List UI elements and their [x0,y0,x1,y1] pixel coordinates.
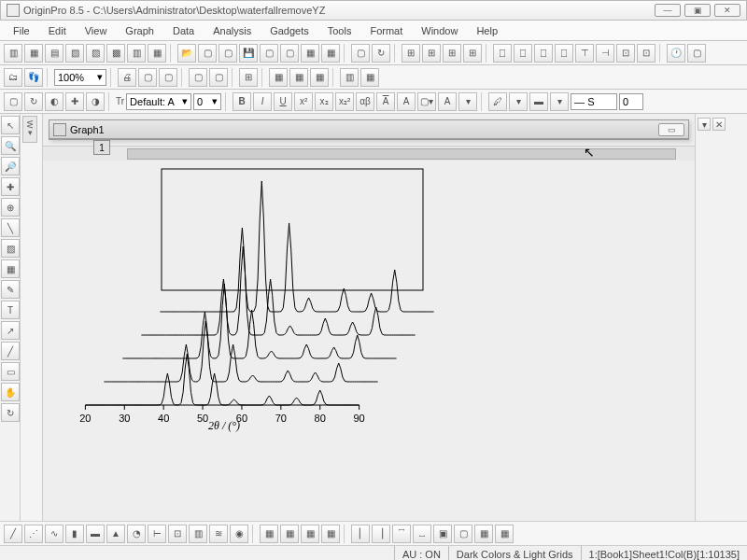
line-width-combo[interactable]: 0 [619,93,643,110]
crosshair-button[interactable]: ✚ [65,92,84,111]
line-scatter-button[interactable]: ∿ [45,525,63,543]
menu-data[interactable]: Data [163,25,204,36]
data-selector-tool[interactable]: ╲ [1,218,20,237]
layer-button[interactable]: 1 [93,140,110,155]
hist-plot-button[interactable]: ▥ [189,525,207,543]
speedmode-button[interactable]: ◐ [45,92,63,111]
group-button[interactable]: ▦ [474,525,493,543]
add-inset2-button[interactable]: ⊡ [637,44,655,63]
refresh-button[interactable]: ▢ [159,68,177,87]
font-color-arrow[interactable]: ▾ [458,92,477,111]
layout4-button[interactable]: ⊞ [463,44,482,63]
dock-close-button[interactable]: ✕ [712,118,726,131]
h-scrollbar[interactable] [43,146,695,161]
superscript-button[interactable]: x² [294,92,313,111]
layout2-button[interactable]: ⊞ [422,44,441,63]
screen-reader-tool[interactable]: ✚ [1,177,20,196]
overline-button[interactable]: A [376,92,395,111]
area-plot-button[interactable]: ▲ [106,525,125,543]
import-multi-button[interactable]: ▦ [321,44,340,63]
maximize-button[interactable]: ▣ [684,4,711,17]
front-button[interactable]: ▣ [433,525,452,543]
menu-help[interactable]: Help [467,25,507,36]
slideshow-button[interactable]: ▥ [340,68,359,87]
3d-bars-button[interactable]: ▦ [280,525,299,543]
font-name-combo[interactable]: Default: A▾ [126,93,191,110]
rescale-tool-button[interactable]: ▢ [4,92,22,111]
waterfall-button[interactable]: ≋ [209,525,228,543]
bold-button[interactable]: B [233,92,251,111]
menu-window[interactable]: Window [412,25,467,36]
zoom-out-tool[interactable]: 🔎 [1,157,20,175]
arrow-tool[interactable]: ↗ [1,321,20,340]
new-project-button[interactable]: ▥ [4,44,22,63]
italic-button[interactable]: I [253,92,272,111]
3d-surface-button[interactable]: ▦ [260,525,278,543]
underline-button[interactable]: U [274,92,292,111]
ungroup-button[interactable]: ▦ [495,525,514,543]
menu-graph[interactable]: Graph [116,25,163,36]
menu-gadgets[interactable]: Gadgets [261,25,318,36]
region-tool[interactable]: ▦ [1,259,20,278]
new-layout-button[interactable]: ▩ [106,44,125,63]
scatter-plot-button[interactable]: ⋰ [24,525,43,543]
new-graph-button[interactable]: ▧ [65,44,84,63]
contour-button[interactable]: ◉ [230,525,248,543]
import-single-button[interactable]: ▦ [301,44,319,63]
import-wizard-button[interactable]: ▢ [280,44,299,63]
font-color-button[interactable]: A [438,92,457,111]
align-right-button[interactable]: ⎥ [372,525,390,543]
menu-file[interactable]: File [4,25,39,36]
layout1-button[interactable]: ⊞ [402,44,420,63]
close-button[interactable]: ✕ [714,4,740,17]
graph-restore-button[interactable]: ▭ [658,123,684,136]
zoom-combo[interactable]: 100%▾ [54,69,106,86]
project-explorer-button[interactable]: 🗂 [4,68,22,87]
menu-format[interactable]: Format [360,25,412,36]
status-theme[interactable]: Dark Colors & Light Grids [448,546,581,560]
minimize-button[interactable]: — [655,4,681,17]
add-inset-button[interactable]: ⊡ [616,44,635,63]
text-tool[interactable]: T [1,301,20,319]
open-excel-button[interactable]: ▢ [218,44,237,63]
stock-plot-button[interactable]: ⊢ [148,525,166,543]
rect-tool[interactable]: ▭ [1,362,20,381]
column-plot-button[interactable]: ▮ [65,525,84,543]
results-log-button[interactable]: 👣 [24,68,43,87]
template-button[interactable]: ▦ [321,525,340,543]
menu-view[interactable]: View [76,25,117,36]
open-button[interactable]: 📂 [177,44,196,63]
zoom-in-tool[interactable]: 🔍 [1,136,20,155]
image-combo-button[interactable]: ▢▾ [417,92,436,111]
fill-arrow[interactable]: ▾ [550,92,569,111]
zoom-pan-tool[interactable]: ✋ [1,383,20,401]
layout3-button[interactable]: ⊞ [443,44,461,63]
code-builder-button[interactable]: ▢ [189,68,207,87]
extract-right-button[interactable]: ⎕ [514,44,532,63]
align-top-button[interactable]: ⎴ [392,525,411,543]
scroll-thumb[interactable] [127,148,676,160]
line-style-combo[interactable]: — S [571,93,617,110]
menu-edit[interactable]: Edit [39,25,76,36]
font-size-combo[interactable]: 0▾ [193,93,221,110]
pointer-tool[interactable]: ↖ [1,116,20,134]
dock-pin-button[interactable]: ▾ [698,118,711,131]
rescale-button[interactable]: ▦ [310,68,329,87]
project-explorer-tab[interactable]: W▾ [22,116,37,143]
box-plot-button[interactable]: ⊡ [168,525,187,543]
add-column-button[interactable]: ⊞ [239,68,258,87]
pie-plot-button[interactable]: ◔ [127,525,146,543]
draw-data-tool[interactable]: ✎ [1,280,20,299]
add-top-button[interactable]: ⊤ [575,44,594,63]
open-template-button[interactable]: ▢ [198,44,217,63]
graph-window[interactable]: Graph1 ▭ 1 2030405060708090 2θ / (°) [49,119,689,140]
xy-button[interactable]: ▢ [687,44,706,63]
arrange-button[interactable]: ⎕ [555,44,573,63]
extract-left-button[interactable]: ⎕ [493,44,512,63]
font-increase-button[interactable]: A [397,92,416,111]
supersub-button[interactable]: x₂² [335,92,354,111]
new-function-button[interactable]: ▦ [148,44,166,63]
properties-button[interactable]: ▢ [209,68,228,87]
send-graphs-button[interactable]: ▦ [360,68,379,87]
rotate-button[interactable]: ↻ [24,92,43,111]
